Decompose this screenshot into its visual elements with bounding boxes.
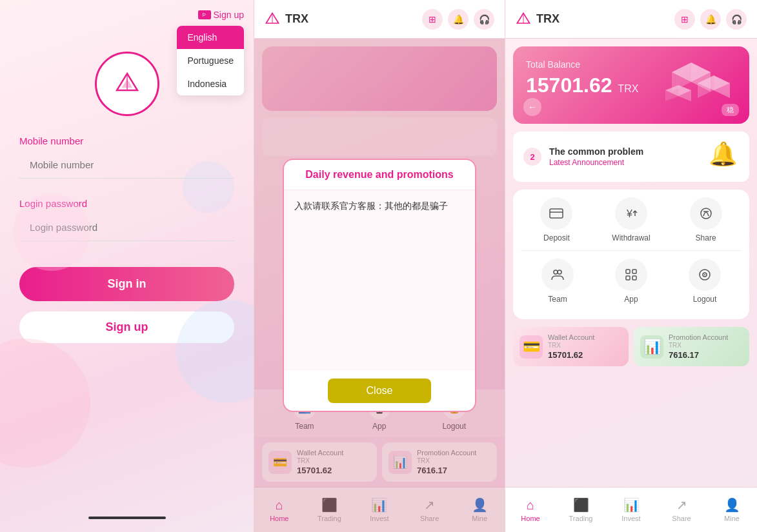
panel3-accounts: 💳 Wallet Account TRX 15701.62 📊 Promotio…: [505, 327, 757, 374]
p3-trading-icon: ⬛: [573, 497, 589, 513]
p3-wallet-name: Wallet Account: [548, 333, 622, 341]
svg-point-21: [554, 270, 558, 274]
bg-decoration-4: [183, 161, 234, 213]
svg-point-29: [704, 274, 705, 275]
p3-trading-label: Trading: [569, 515, 593, 522]
svg-rect-24: [632, 270, 636, 273]
p3-share-label: Share: [672, 515, 691, 522]
ann-title: The common problem: [549, 146, 699, 157]
p3-headphones-icon-btn[interactable]: 🎧: [726, 9, 747, 30]
svg-rect-16: [550, 209, 563, 218]
deposit-label: Deposit: [543, 233, 570, 242]
withdrawal-icon: ¥: [615, 197, 647, 230]
p3-bell-icon-btn[interactable]: 🔔: [700, 9, 721, 30]
panel2-tron-logo: [265, 12, 280, 27]
svg-point-22: [558, 270, 561, 274]
p3-nav-mine[interactable]: 👤 Mine: [707, 488, 757, 532]
p3-wallet-currency: TRX: [548, 342, 622, 349]
actions-grid: Deposit ¥ Withdrawal: [513, 190, 749, 319]
dashboard-scroll: Total Balance 15701.62 TRX: [505, 39, 757, 532]
team-icon-2: [541, 259, 574, 291]
logout-label-2: Logout: [693, 295, 717, 304]
share-icon: [690, 197, 722, 230]
bell-icon-btn[interactable]: 🔔: [448, 9, 469, 30]
header-left: TRX: [265, 12, 308, 27]
modal-box: Daily revenue and promotions 入款请联系官方客服：其…: [283, 159, 476, 412]
withdrawal-label: Withdrawal: [612, 233, 650, 242]
p3-nav-home[interactable]: ⌂ Home: [505, 488, 556, 532]
p3-wallet-amount: 15701.62: [548, 350, 622, 360]
top-signup-button[interactable]: 🏳 Sign up: [198, 10, 244, 20]
modal-overlay: Daily revenue and promotions 入款请联系官方客服：其…: [254, 39, 505, 532]
panel2-header-icons: ⊞ 🔔 🎧: [422, 9, 494, 30]
ann-subtitle: Latest Announcement: [549, 158, 699, 167]
withdrawal-action[interactable]: ¥ Withdrawal: [612, 197, 650, 242]
panel3-tron-logo: [516, 12, 531, 27]
actions-row-2: Team App: [521, 259, 742, 304]
app-action-2[interactable]: App: [615, 259, 647, 304]
actions-divider: [521, 250, 742, 251]
actions-row-1: Deposit ¥ Withdrawal: [521, 197, 742, 242]
p3-wallet-info: Wallet Account TRX 15701.62: [548, 333, 622, 360]
p3-nav-share[interactable]: ↗ Share: [656, 488, 707, 532]
panel3-title: TRX: [536, 12, 560, 26]
panel2-content: Daily revenue and promotions 入款请联系官方客服：其…: [254, 39, 505, 532]
team-action-2[interactable]: Team: [541, 259, 574, 304]
p3-nav-trading[interactable]: ⬛ Trading: [556, 488, 606, 532]
tron-logo: [114, 71, 140, 97]
flag-icon: 🏳: [198, 10, 211, 19]
app-label-2: App: [624, 295, 638, 304]
p3-promo-currency: TRX: [669, 342, 743, 349]
modal-title: Daily revenue and promotions: [284, 160, 475, 190]
p3-promo-card: 📊 Promotion Account TRX 7616.17: [634, 327, 749, 366]
lang-portuguese[interactable]: Portuguese: [177, 49, 244, 72]
svg-point-19: [701, 208, 711, 219]
modal-body-text: 入款请联系官方客服：其他的都是骗子: [294, 201, 448, 211]
announcement-card[interactable]: 2 The common problem Latest Announcement…: [513, 132, 749, 182]
bottom-indicator: [88, 517, 166, 519]
mobile-label: Mobile number: [19, 135, 83, 146]
p3-invest-label: Invest: [621, 515, 640, 522]
panel2-header: TRX ⊞ 🔔 🎧: [254, 0, 505, 39]
language-dropdown: English Portuguese Indonesia: [177, 26, 244, 95]
p3-nav-invest[interactable]: 📊 Invest: [606, 488, 656, 532]
deposit-icon: [540, 197, 572, 230]
lang-english[interactable]: English: [177, 26, 244, 49]
p3-home-icon: ⌂: [527, 498, 534, 513]
p3-promo-icon: 📊: [640, 335, 663, 359]
deposit-action[interactable]: Deposit: [540, 197, 572, 242]
login-panel: 🏳 Sign up English Portuguese Indonesia M…: [0, 0, 254, 532]
modal-body: 入款请联系官方客服：其他的都是骗子: [284, 190, 475, 371]
p3-grid-icon-btn[interactable]: ⊞: [674, 9, 695, 30]
p3-invest-icon: 📊: [623, 497, 640, 513]
modal-close-button[interactable]: Close: [328, 379, 432, 403]
ann-text: The common problem Latest Announcement: [549, 146, 699, 167]
svg-rect-26: [632, 276, 636, 280]
p3-promo-info: Promotion Account TRX 7616.17: [669, 333, 743, 360]
logout-icon-2: [689, 259, 721, 291]
p3-mine-icon: 👤: [724, 497, 740, 513]
app-icon-2: [615, 259, 647, 291]
p3-mine-label: Mine: [724, 515, 740, 522]
svg-rect-23: [626, 270, 630, 273]
top-signup-label: Sign up: [214, 10, 244, 20]
p3-share-icon: ↗: [676, 497, 687, 513]
svg-text:¥: ¥: [626, 208, 632, 219]
p3-home-label: Home: [521, 515, 540, 522]
headphones-icon-btn[interactable]: 🎧: [474, 9, 494, 30]
balance-card-right-badge: 稳: [722, 104, 739, 116]
p3-header-left: TRX: [516, 12, 560, 27]
ann-number: 2: [523, 148, 541, 166]
balance-currency: TRX: [618, 83, 638, 94]
grid-icon-btn[interactable]: ⊞: [422, 9, 443, 30]
p3-promo-name: Promotion Account: [669, 333, 743, 341]
lang-indonesia[interactable]: Indonesia: [177, 72, 244, 95]
team-label-2: Team: [548, 295, 567, 304]
signin-button[interactable]: Sign in: [19, 267, 234, 301]
logo-circle: [95, 52, 159, 116]
dashboard-panel: TRX ⊞ 🔔 🎧 Total Balance 15701.62 TRX: [505, 0, 757, 532]
bg-decoration-1: [0, 339, 90, 468]
logout-action-2[interactable]: Logout: [689, 259, 721, 304]
share-action[interactable]: Share: [690, 197, 722, 242]
balance-card-left-btn[interactable]: ←: [523, 98, 541, 116]
